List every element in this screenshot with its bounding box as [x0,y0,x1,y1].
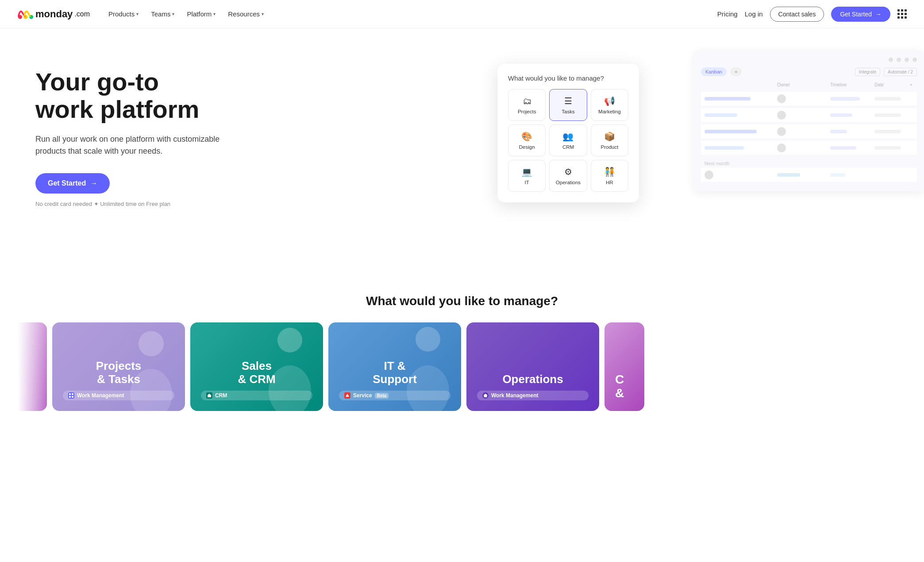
apps-grid-icon[interactable] [897,9,906,19]
card-sales-crm[interactable]: Sales& CRM CRM [190,322,323,411]
svg-point-9 [277,328,302,353]
logo[interactable]: monday.com [18,8,90,20]
card-partial-right[interactable]: C& [604,322,644,411]
manage-item-hr[interactable]: 🧑‍🤝‍🧑 HR [591,160,628,192]
nav-platform[interactable]: Platform ▾ [182,8,220,20]
card-partial-left[interactable] [18,322,47,411]
nav-get-started-button[interactable]: Get Started → [831,7,890,22]
board-dot-3 [905,58,909,62]
board-tab-kanban[interactable]: Kanban [701,67,727,76]
svg-point-3 [139,331,164,357]
card-projects-tasks[interactable]: Projects& Tasks Work Management [52,322,185,411]
chevron-down-icon: ▾ [213,12,216,16]
chevron-down-icon: ▾ [172,12,174,16]
hero-subtitle: Run all your work on one platform with c… [35,133,221,157]
manage-item-label: CRM [562,144,574,150]
svg-point-11 [416,327,440,352]
board-automate-button[interactable]: Automate / 2 [884,68,917,76]
board-tabs: Kanban + [701,67,742,76]
chevron-down-icon: ▾ [136,12,139,16]
avatar [705,171,713,179]
product-icon: 📦 [604,131,615,142]
card-title: Operations [477,373,589,386]
hero-left: Your go-to work platform Run all your wo… [35,59,221,207]
work-management-icon [68,392,74,399]
projects-icon: 🗂 [523,96,531,106]
manage-item-design[interactable]: 🎨 Design [508,124,546,156]
manage-item-tasks[interactable]: ☰ Tasks [549,89,587,121]
cards-container: Projects& Tasks Work Management Sales& C… [18,322,906,411]
table-row [701,168,917,182]
card-badge-operations: Work Management [477,391,589,400]
nav-login-link[interactable]: Log in [745,10,763,18]
board-toolbar: Kanban + Integrate Automate / 2 [701,67,917,76]
svg-rect-5 [69,393,71,395]
hero-title: Your go-to work platform [35,68,221,123]
nav-products[interactable]: Products ▾ [104,8,143,20]
manage-item-product[interactable]: 📦 Product [591,124,628,156]
marketing-icon: 📢 [604,96,615,106]
beta-badge: Beta [375,393,389,399]
crm-icon: 👥 [562,131,574,142]
arrow-right-icon: → [90,179,97,187]
board-dot-4 [912,58,917,62]
nav-pricing-link[interactable]: Pricing [717,10,738,18]
card-badge-it: Service Beta [339,391,450,400]
hero-note: No credit card needed ✦ Unlimited time o… [35,201,221,207]
manage-item-marketing[interactable]: 📢 Marketing [591,89,628,121]
contact-sales-button[interactable]: Contact sales [770,7,824,22]
manage-item-operations[interactable]: ⚙ Operations [549,160,587,192]
table-row [701,141,917,155]
manage-item-crm[interactable]: 👥 CRM [549,124,587,156]
board-actions: Integrate Automate / 2 [855,68,917,76]
card-it-support[interactable]: IT &Support Service Beta [328,322,461,411]
logo-dotcom: .com [74,10,90,18]
card-title: IT &Support [339,360,450,386]
manage-item-it[interactable]: 💻 IT [508,160,546,192]
table-row [701,92,917,106]
manage-item-label: Tasks [562,109,574,114]
card-operations[interactable]: Operations Work Management [466,322,599,411]
board-section-label: Next month [701,157,917,168]
avatar [777,111,786,120]
manage-section-title: What would you like to manage? [18,294,906,308]
card-title: Sales& CRM [201,360,312,386]
nav-left: monday.com Products ▾ Teams ▾ Platform ▾… [18,8,268,20]
partial-card-title: C& [615,373,624,400]
nav-right: Pricing Log in Contact sales Get Started… [717,7,906,22]
manage-item-label: Operations [556,180,581,185]
arrow-right-icon: → [875,11,882,18]
manage-item-label: Product [601,144,619,150]
crm-badge-icon [206,392,212,399]
table-row [701,108,917,123]
service-badge-icon [344,392,350,399]
svg-marker-14 [484,394,487,397]
manage-modal: What would you like to manage? 🗂 Project… [497,64,639,202]
tasks-icon: ☰ [564,96,572,106]
it-icon: 💻 [521,167,532,177]
hero-section: Your go-to work platform Run all your wo… [0,28,924,267]
logo-monday: monday [35,8,73,20]
card-badge-sales: CRM [201,391,312,400]
nav-teams[interactable]: Teams ▾ [146,8,179,20]
avatar [777,94,786,103]
board-integrate-button[interactable]: Integrate [855,68,880,76]
card-badge-projects: Work Management [63,391,174,400]
manage-item-projects[interactable]: 🗂 Projects [508,89,546,121]
manage-item-label: IT [525,180,529,185]
manage-item-label: HR [606,180,613,185]
board-column-headers: Owner Timeline Date + [701,81,917,89]
chevron-down-icon: ▾ [262,12,264,16]
board-dot-2 [897,58,901,62]
hero-right: Kanban + Integrate Automate / 2 Owner Ti… [239,59,897,202]
board-background: Kanban + Integrate Automate / 2 Owner Ti… [694,50,924,191]
hero-get-started-button[interactable]: Get Started → [35,173,110,194]
avatar [777,127,786,136]
board-tab-add[interactable]: + [730,67,742,76]
design-icon: 🎨 [521,131,532,142]
operations-badge-icon [482,392,489,399]
manage-cards-row: Projects& Tasks Work Management Sales& C… [18,322,906,411]
svg-rect-7 [69,396,71,398]
nav-links: Products ▾ Teams ▾ Platform ▾ Resources … [104,8,268,20]
nav-resources[interactable]: Resources ▾ [223,8,268,20]
